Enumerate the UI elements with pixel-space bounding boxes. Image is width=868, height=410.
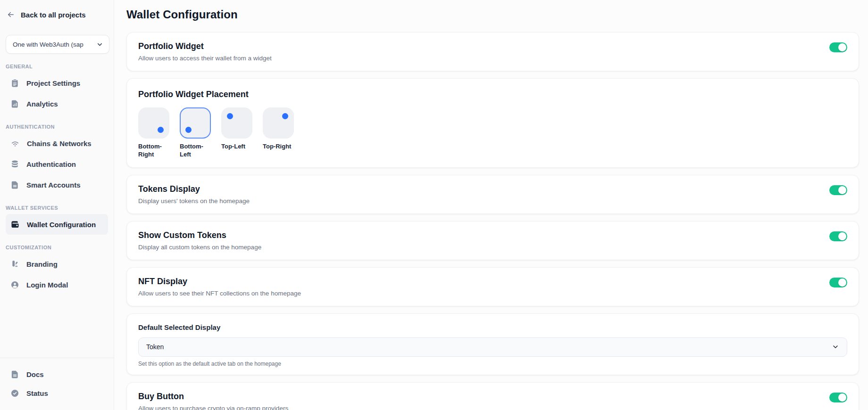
sidebar-item-wallet-configuration[interactable]: Wallet Configuration bbox=[6, 214, 108, 235]
sidebar-item-branding[interactable]: Branding bbox=[6, 254, 108, 274]
default-display-value: Token bbox=[146, 343, 164, 351]
card-heading: Show Custom Tokens bbox=[138, 230, 261, 240]
sidebar-item-label: Branding bbox=[26, 260, 58, 268]
placement-dot bbox=[185, 127, 192, 133]
toggle-knob bbox=[838, 279, 846, 287]
toggle-knob bbox=[838, 43, 846, 51]
placement-options: Bottom-Right Bottom-Left Top-Left bbox=[138, 107, 847, 159]
placement-option-label: Top-Left bbox=[221, 143, 253, 151]
toggle-knob bbox=[838, 186, 846, 194]
sidebar-item-label: Login Modal bbox=[26, 281, 68, 289]
clipboard-icon bbox=[10, 79, 19, 88]
show-custom-tokens-toggle[interactable] bbox=[829, 231, 847, 241]
placement-option-label: Top-Right bbox=[263, 143, 295, 151]
placement-dot bbox=[158, 127, 164, 133]
sidebar: Back to all projects One with Web3Auth (… bbox=[0, 0, 114, 410]
wallet-icon bbox=[10, 220, 20, 229]
section-label-customization: CUSTOMIZATION bbox=[6, 245, 108, 250]
nft-display-card: NFT Display Allow users to see their NFT… bbox=[126, 267, 859, 306]
back-to-projects-link[interactable]: Back to all projects bbox=[6, 9, 108, 20]
sidebar-footer: Docs Status bbox=[0, 358, 114, 410]
card-description: Allow users to purchase crypto via on-ra… bbox=[138, 405, 288, 410]
analytics-icon bbox=[10, 99, 19, 108]
sidebar-item-label: Analytics bbox=[26, 100, 58, 108]
brush-icon bbox=[10, 260, 19, 269]
section-label-authentication: AUTHENTICATION bbox=[6, 124, 108, 130]
default-selected-display-card: Default Selected Display Token Set this … bbox=[126, 313, 859, 375]
placement-option-bottom-right[interactable] bbox=[138, 107, 169, 139]
project-selector-value: One with Web3Auth (sap bbox=[13, 41, 83, 48]
card-heading: Portfolio Widget Placement bbox=[138, 90, 847, 99]
tokens-display-toggle[interactable] bbox=[829, 185, 847, 195]
sidebar-item-label: Status bbox=[26, 389, 48, 397]
portfolio-widget-card: Portfolio Widget Allow users to access t… bbox=[126, 32, 859, 71]
sidebar-item-smart-accounts[interactable]: Smart Accounts bbox=[6, 174, 108, 195]
sidebar-item-authentication[interactable]: Authentication bbox=[6, 154, 108, 174]
placement-option-label: Bottom-Left bbox=[180, 143, 212, 159]
buy-button-card: Buy Button Allow users to purchase crypt… bbox=[126, 382, 859, 410]
placement-option-label: Bottom-Right bbox=[138, 143, 170, 159]
portfolio-widget-toggle[interactable] bbox=[829, 42, 847, 52]
section-label-general: GENERAL bbox=[6, 64, 108, 69]
chevron-down-icon bbox=[96, 41, 103, 48]
card-description: Allow users to access their wallet from … bbox=[138, 55, 272, 62]
sidebar-item-label: Smart Accounts bbox=[26, 181, 80, 189]
sidebar-item-label: Docs bbox=[26, 370, 44, 378]
chevron-down-icon bbox=[832, 343, 839, 351]
sidebar-item-label: Project Settings bbox=[26, 79, 80, 87]
toggle-knob bbox=[838, 394, 846, 402]
tokens-display-card: Tokens Display Display users' tokens on … bbox=[126, 175, 859, 214]
default-display-select[interactable]: Token bbox=[138, 337, 847, 357]
page-title: Wallet Configuration bbox=[126, 8, 859, 21]
back-to-projects-label: Back to all projects bbox=[21, 11, 86, 19]
select-label: Default Selected Display bbox=[138, 323, 847, 331]
portfolio-widget-placement-card: Portfolio Widget Placement Bottom-Right … bbox=[126, 78, 859, 168]
sidebar-item-analytics[interactable]: Analytics bbox=[6, 93, 108, 114]
sidebar-item-login-modal[interactable]: Login Modal bbox=[6, 274, 108, 295]
project-selector[interactable]: One with Web3Auth (sap bbox=[6, 35, 109, 54]
card-description: Allow users to see their NFT collections… bbox=[138, 290, 301, 297]
sidebar-item-label: Authentication bbox=[26, 160, 76, 168]
select-helper-text: Set this option as the default active ta… bbox=[138, 361, 847, 367]
sidebar-item-status[interactable]: Status bbox=[6, 384, 108, 402]
nft-display-toggle[interactable] bbox=[829, 278, 847, 287]
check-circle-icon bbox=[10, 389, 19, 398]
toggle-knob bbox=[838, 232, 846, 240]
buy-button-toggle[interactable] bbox=[829, 393, 847, 402]
app-window: Back to all projects One with Web3Auth (… bbox=[0, 0, 868, 410]
card-heading: NFT Display bbox=[138, 277, 301, 287]
document-icon bbox=[10, 180, 19, 189]
placement-dot bbox=[227, 113, 233, 119]
card-description: Display users' tokens on the homepage bbox=[138, 197, 250, 205]
wifi-icon bbox=[10, 139, 20, 148]
section-label-wallet-services: WALLET SERVICES bbox=[6, 205, 108, 211]
placement-dot bbox=[282, 113, 288, 119]
placement-option-top-left[interactable] bbox=[221, 107, 252, 139]
sidebar-item-chains-networks[interactable]: Chains & Networks bbox=[6, 133, 108, 154]
sidebar-item-docs[interactable]: Docs bbox=[6, 365, 108, 384]
sidebar-item-project-settings[interactable]: Project Settings bbox=[6, 73, 108, 93]
user-icon bbox=[10, 280, 19, 289]
placement-option-bottom-left[interactable] bbox=[180, 107, 211, 139]
document-icon bbox=[10, 370, 19, 379]
sidebar-item-label: Wallet Configuration bbox=[27, 221, 96, 229]
arrow-left-icon bbox=[7, 10, 15, 19]
card-heading: Buy Button bbox=[138, 392, 288, 402]
sidebar-nav: GENERAL Project Settings Analytics AUTHE… bbox=[6, 64, 108, 295]
show-custom-tokens-card: Show Custom Tokens Display all custom to… bbox=[126, 221, 859, 260]
card-description: Display all custom tokens on the homepag… bbox=[138, 244, 261, 251]
card-heading: Tokens Display bbox=[138, 184, 250, 194]
card-heading: Portfolio Widget bbox=[138, 41, 272, 51]
main-content: Wallet Configuration Portfolio Widget Al… bbox=[114, 0, 868, 410]
sidebar-item-label: Chains & Networks bbox=[27, 139, 92, 148]
placement-option-top-right[interactable] bbox=[263, 107, 294, 139]
database-icon bbox=[10, 160, 19, 169]
